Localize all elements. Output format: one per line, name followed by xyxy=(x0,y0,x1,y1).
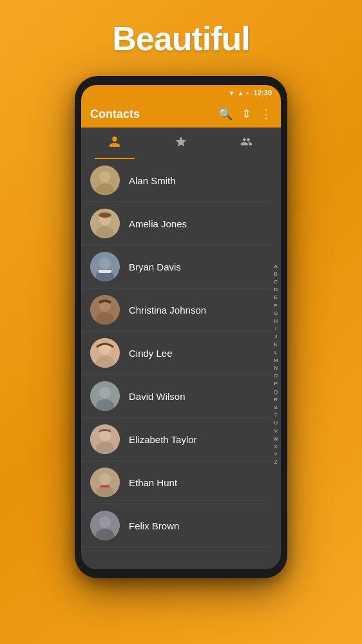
avatar xyxy=(90,511,120,540)
contact-name: Alan Smith xyxy=(129,175,176,186)
favorites-tab-icon xyxy=(175,135,187,151)
battery-icon: ▪ xyxy=(246,90,249,97)
alpha-S[interactable]: S xyxy=(273,404,278,411)
contact-name: Elizabeth Taylor xyxy=(129,434,197,445)
svg-point-18 xyxy=(99,387,111,399)
alpha-P[interactable]: P xyxy=(273,380,278,387)
svg-rect-10 xyxy=(99,270,111,273)
list-item[interactable]: Felix Brown xyxy=(81,504,271,547)
app-bar: Contacts 🔍 ⇕ ⋮ xyxy=(81,100,281,128)
contact-list: Alan Smith Amelia Jones xyxy=(81,159,281,569)
alpha-X[interactable]: X xyxy=(273,443,278,450)
list-item[interactable]: Cindy Lee xyxy=(81,332,271,375)
svg-point-8 xyxy=(99,258,111,269)
contact-name: Cindy Lee xyxy=(129,348,173,359)
app-bar-actions: 🔍 ⇕ ⋮ xyxy=(218,107,272,121)
phone-outer: ▼ ▲ ▪ 12:30 Contacts 🔍 ⇕ ⋮ xyxy=(75,76,287,578)
list-item[interactable]: Elizabeth Taylor xyxy=(81,418,271,461)
app-bar-title: Contacts xyxy=(90,108,140,121)
tabs xyxy=(81,128,281,159)
avatar xyxy=(90,209,120,238)
list-item[interactable]: Alan Smith xyxy=(81,159,271,202)
contact-name: Bryan Davis xyxy=(129,261,181,272)
alpha-O[interactable]: O xyxy=(273,372,278,379)
list-item[interactable]: Amelia Jones xyxy=(81,202,271,245)
wifi-icon: ▼ xyxy=(229,90,235,97)
phone-mockup: ▼ ▲ ▪ 12:30 Contacts 🔍 ⇕ ⋮ xyxy=(75,76,287,578)
tab-contacts[interactable] xyxy=(81,128,148,159)
list-item[interactable]: Ethan Hunt xyxy=(81,461,271,504)
svg-point-24 xyxy=(99,473,111,485)
svg-point-1 xyxy=(99,171,111,183)
alpha-G[interactable]: G xyxy=(273,310,278,317)
tab-favorites[interactable] xyxy=(148,128,214,159)
alpha-H[interactable]: H xyxy=(273,317,278,325)
contact-name: Ethan Hunt xyxy=(129,477,177,488)
alphabet-index: A B C D E F G H I J K L M N O P Q xyxy=(271,159,281,569)
alpha-L[interactable]: L xyxy=(273,349,278,356)
alpha-Z[interactable]: Z xyxy=(273,459,278,466)
sort-icon[interactable]: ⇕ xyxy=(242,107,251,121)
alpha-N[interactable]: N xyxy=(273,365,278,372)
tab-groups[interactable] xyxy=(214,128,281,159)
status-bar: ▼ ▲ ▪ 12:30 xyxy=(81,85,281,100)
alpha-B[interactable]: B xyxy=(273,270,278,278)
alpha-M[interactable]: M xyxy=(273,357,278,364)
alpha-D[interactable]: D xyxy=(273,286,278,293)
alpha-R[interactable]: R xyxy=(273,396,278,403)
phone-screen: ▼ ▲ ▪ 12:30 Contacts 🔍 ⇕ ⋮ xyxy=(81,85,281,569)
alpha-I[interactable]: I xyxy=(273,325,278,332)
avatar xyxy=(90,468,120,497)
svg-rect-26 xyxy=(100,485,110,488)
contact-name: Christina Johnson xyxy=(129,305,206,316)
alpha-V[interactable]: V xyxy=(273,428,278,435)
svg-point-6 xyxy=(99,213,111,218)
avatar xyxy=(90,166,120,195)
groups-tab-icon xyxy=(240,135,254,151)
list-item[interactable]: Bryan Davis xyxy=(81,245,271,289)
avatar xyxy=(90,424,120,454)
alpha-U[interactable]: U xyxy=(273,419,278,426)
svg-point-28 xyxy=(99,516,111,528)
contact-name: Amelia Jones xyxy=(129,218,187,229)
contact-name: Felix Brown xyxy=(129,520,179,531)
alpha-T[interactable]: T xyxy=(273,412,278,419)
list-item[interactable]: David Wilson xyxy=(81,375,271,418)
alpha-F[interactable]: F xyxy=(273,302,278,309)
avatar xyxy=(90,252,120,281)
contacts-scroll: Alan Smith Amelia Jones xyxy=(81,159,271,569)
alpha-Q[interactable]: Q xyxy=(273,388,278,395)
alpha-E[interactable]: E xyxy=(273,294,278,301)
alpha-C[interactable]: C xyxy=(273,278,278,285)
signal-icon: ▲ xyxy=(237,90,243,97)
alpha-W[interactable]: W xyxy=(273,435,278,442)
contact-name: David Wilson xyxy=(129,391,186,402)
alpha-A[interactable]: A xyxy=(273,263,278,270)
status-icons: ▼ ▲ ▪ 12:30 xyxy=(229,89,272,97)
avatar xyxy=(90,338,120,368)
alpha-Y[interactable]: Y xyxy=(273,451,278,458)
more-icon[interactable]: ⋮ xyxy=(260,107,272,121)
alpha-K[interactable]: K xyxy=(273,341,278,348)
alpha-J[interactable]: J xyxy=(273,333,278,340)
avatar xyxy=(90,381,120,411)
list-item[interactable]: Christina Johnson xyxy=(81,289,271,332)
page-headline: Beautiful xyxy=(112,19,249,58)
search-icon[interactable]: 🔍 xyxy=(218,107,233,121)
status-time: 12:30 xyxy=(254,89,272,97)
avatar xyxy=(90,295,120,325)
contacts-tab-icon xyxy=(108,135,121,151)
